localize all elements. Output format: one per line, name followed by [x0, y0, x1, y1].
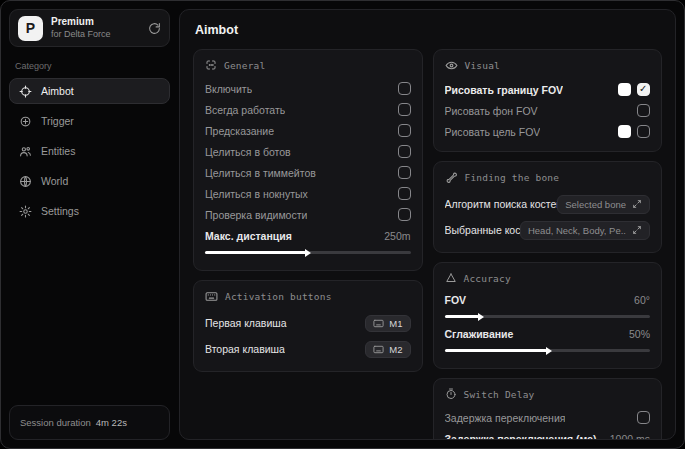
- sidebar-item-label: Trigger: [41, 115, 74, 127]
- brand-card: P Premium for Delta Force: [9, 9, 170, 47]
- max-distance-label: Макс. дистанция: [205, 230, 292, 242]
- selected-bones-select[interactable]: Head, Neck, Body, Pe..: [520, 221, 650, 240]
- gear-icon: [19, 205, 32, 218]
- always-work-checkbox[interactable]: [398, 103, 411, 116]
- keybind-value: M1: [389, 318, 402, 329]
- visual-card: Visual Рисовать границу FOV Рисовать фон…: [433, 49, 663, 152]
- fov-slider[interactable]: [445, 315, 651, 318]
- trigger-icon: [19, 115, 32, 128]
- target-bots-checkbox[interactable]: [398, 145, 411, 158]
- first-key-row: Первая клавиша M1: [205, 310, 411, 336]
- prediction-checkbox[interactable]: [398, 124, 411, 137]
- bone-algorithm-select[interactable]: Selected bone: [557, 195, 650, 214]
- sync-icon[interactable]: [148, 22, 161, 35]
- first-keybind-button[interactable]: M1: [365, 315, 410, 332]
- accuracy-header: Accuracy: [464, 273, 511, 284]
- finding-bone-header: Finding the bone: [465, 172, 560, 183]
- bone-algorithm-row: Алгоритм поиска костей Selected bone: [445, 191, 651, 217]
- app-window: P Premium for Delta Force Category Aimbo…: [0, 0, 685, 449]
- general-header: General: [224, 60, 265, 71]
- sidebar-item-aimbot[interactable]: Aimbot: [9, 78, 170, 104]
- max-distance-slider[interactable]: [205, 251, 411, 254]
- switch-delay-checkbox[interactable]: [637, 411, 650, 424]
- draw-fov-border-checkbox[interactable]: [637, 83, 650, 96]
- activation-buttons-card: Activation buttons Первая клавиша M1 Вто…: [193, 280, 423, 372]
- keyboard-icon: [205, 290, 218, 303]
- target-knocked-checkbox[interactable]: [398, 187, 411, 200]
- second-key-row: Вторая клавиша M2: [205, 336, 411, 362]
- sidebar-item-label: World: [41, 175, 68, 187]
- finding-bone-card: Finding the bone Алгоритм поиска костей …: [433, 161, 663, 253]
- keyboard-icon: [373, 318, 384, 329]
- activation-header: Activation buttons: [225, 291, 332, 302]
- draw-fov-target-row: Рисовать цель FOV: [445, 121, 651, 142]
- max-distance-value: 250m: [384, 230, 410, 242]
- smoothing-slider-row: Сглаживание 50%: [445, 325, 651, 352]
- switch-delay-checkbox-row: Задержка переключения: [445, 407, 651, 428]
- switch-delay-slider-row: Задержка переключения (мс) 1000 ms: [445, 430, 651, 440]
- accuracy-card: Accuracy FOV 60° Сглаживание: [433, 262, 663, 369]
- eye-icon: [445, 59, 458, 72]
- sidebar: P Premium for Delta Force Category Aimbo…: [9, 9, 170, 440]
- crosshair-icon: [19, 85, 32, 98]
- sidebar-item-settings[interactable]: Settings: [9, 198, 170, 224]
- expand-icon: [632, 199, 642, 209]
- draw-fov-background-checkbox[interactable]: [637, 104, 650, 117]
- switch-delay-ms-label: Задержка переключения (мс): [445, 433, 597, 440]
- draw-fov-target-checkbox[interactable]: [637, 125, 650, 138]
- entities-icon: [19, 145, 32, 158]
- switch-delay-ms-value: 1000 ms: [610, 433, 650, 440]
- sidebar-item-label: Settings: [41, 205, 79, 217]
- max-distance-slider-row: Макс. дистанция 250m: [205, 227, 411, 254]
- checkbox-row-visibility-check: Проверка видимости: [205, 204, 411, 225]
- page-title: Aimbot: [195, 23, 660, 37]
- fov-border-color-swatch[interactable]: [618, 83, 631, 96]
- visual-header: Visual: [465, 60, 501, 71]
- sidebar-nav: Aimbot Trigger Entities World: [9, 78, 170, 228]
- session-duration-value: 4m 22s: [96, 417, 127, 428]
- switch-delay-card: Switch Delay Задержка переключения Задер…: [433, 378, 663, 440]
- category-label: Category: [15, 61, 164, 71]
- target-teammates-checkbox[interactable]: [398, 166, 411, 179]
- fov-label: FOV: [445, 294, 467, 306]
- second-keybind-button[interactable]: M2: [365, 341, 410, 358]
- keybind-value: M2: [389, 344, 402, 355]
- timer-icon: [445, 388, 457, 400]
- draw-fov-border-row: Рисовать границу FOV: [445, 79, 651, 100]
- sidebar-item-label: Entities: [41, 145, 75, 157]
- sidebar-item-trigger[interactable]: Trigger: [9, 108, 170, 134]
- sidebar-item-entities[interactable]: Entities: [9, 138, 170, 164]
- fov-slider-row: FOV 60°: [445, 291, 651, 318]
- brand-subtitle: for Delta Force: [51, 29, 111, 40]
- session-duration-label: Session duration: [20, 417, 91, 428]
- smoothing-label: Сглаживание: [445, 328, 514, 340]
- draw-fov-background-row: Рисовать фон FOV: [445, 100, 651, 121]
- sidebar-item-label: Aimbot: [41, 85, 74, 97]
- fov-target-color-swatch[interactable]: [618, 125, 631, 138]
- smoothing-slider[interactable]: [445, 349, 651, 352]
- selected-bones-row: Выбранные кости Head, Neck, Body, Pe..: [445, 217, 651, 243]
- checkbox-row-enable: Включить: [205, 78, 411, 99]
- sidebar-item-world[interactable]: World: [9, 168, 170, 194]
- main-panel: Aimbot General Включить В: [179, 9, 676, 440]
- triangle-target-icon: [445, 272, 457, 284]
- general-card: General Включить Всегда работать Предска…: [193, 49, 423, 271]
- checkbox-row-target-bots: Целиться в ботов: [205, 141, 411, 162]
- expand-icon: [632, 225, 642, 235]
- smoothing-value: 50%: [629, 328, 650, 340]
- checkbox-row-prediction: Предсказание: [205, 120, 411, 141]
- checkbox-row-target-knocked: Целиться в нокнутых: [205, 183, 411, 204]
- keyboard-icon: [373, 344, 384, 355]
- enable-checkbox[interactable]: [398, 82, 411, 95]
- fov-value: 60°: [634, 294, 650, 306]
- globe-icon: [19, 175, 32, 188]
- app-logo: P: [18, 16, 43, 41]
- session-duration-card: Session duration 4m 22s: [9, 405, 170, 440]
- checkbox-row-always-work: Всегда работать: [205, 99, 411, 120]
- bone-icon: [445, 171, 458, 184]
- brand-title: Premium: [51, 16, 111, 29]
- visibility-check-checkbox[interactable]: [398, 208, 411, 221]
- checkbox-row-target-teammates: Целиться в тиммейтов: [205, 162, 411, 183]
- scan-icon: [205, 59, 217, 71]
- switch-delay-header: Switch Delay: [464, 389, 535, 400]
